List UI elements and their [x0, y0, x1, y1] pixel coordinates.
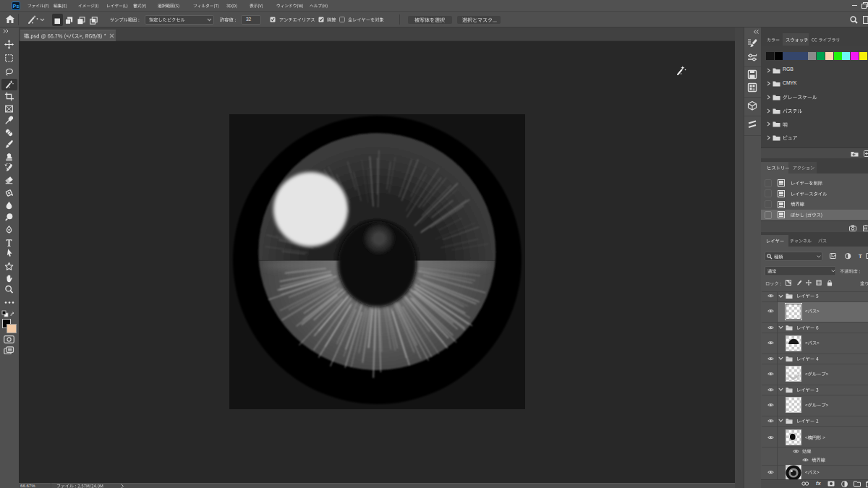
svg-text:Ps: Ps [13, 4, 20, 9]
